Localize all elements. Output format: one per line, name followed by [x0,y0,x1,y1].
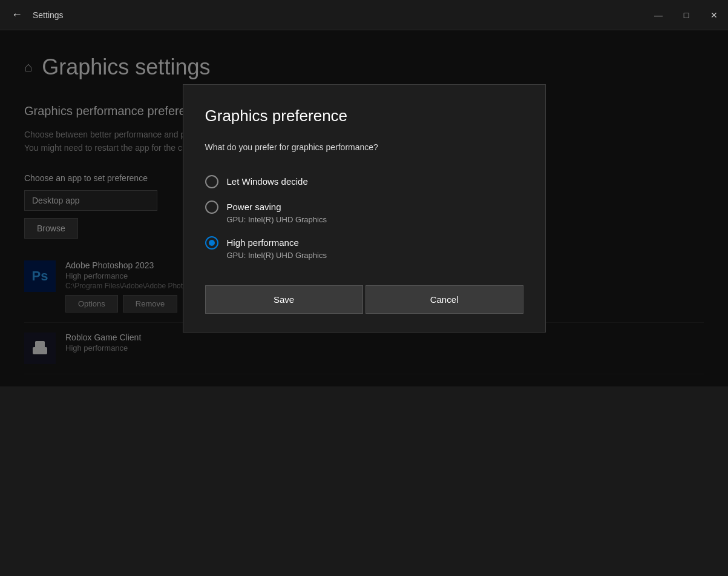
option-power-row[interactable]: Power saving [205,200,523,214]
main-content: ⌂ Graphics settings Graphics performance… [0,30,728,386]
radio-power-label: Power saving [227,202,281,212]
close-icon: ✕ [710,10,718,20]
radio-windows-label: Let Windows decide [227,176,308,187]
dialog-buttons: Save Cancel [205,285,523,314]
titlebar-title: Settings [33,10,64,20]
dialog-overlay: Graphics preference What do you prefer f… [0,30,728,386]
radio-power-sub: GPU: Intel(R) UHD Graphics [227,215,523,224]
window-controls: — □ ✕ [644,0,728,30]
back-button[interactable]: ← [7,5,27,25]
radio-windows[interactable] [205,175,218,188]
option-power: Power saving GPU: Intel(R) UHD Graphics [205,194,523,230]
minimize-icon: — [654,10,663,20]
maximize-icon: □ [684,10,689,20]
back-icon: ← [11,8,22,21]
option-windows-row[interactable]: Let Windows decide [205,175,523,188]
option-high: High performance GPU: Intel(R) UHD Graph… [205,230,523,266]
save-button[interactable]: Save [205,285,363,314]
graphics-preference-dialog: Graphics preference What do you prefer f… [183,84,546,333]
maximize-button[interactable]: □ [672,0,700,30]
dialog-title: Graphics preference [205,107,523,125]
minimize-button[interactable]: — [644,0,672,30]
radio-high-label: High performance [227,237,299,248]
radio-high[interactable] [205,236,218,250]
cancel-button[interactable]: Cancel [366,285,523,314]
radio-group: Let Windows decide Power saving GPU: Int… [205,169,523,266]
radio-high-sub: GPU: Intel(R) UHD Graphics [227,251,523,260]
radio-power[interactable] [205,200,218,214]
titlebar: ← Settings — □ ✕ [0,0,728,30]
option-high-row[interactable]: High performance [205,236,523,250]
option-windows: Let Windows decide [205,169,523,194]
close-button[interactable]: ✕ [700,0,728,30]
dialog-question: What do you prefer for graphics performa… [205,142,523,152]
